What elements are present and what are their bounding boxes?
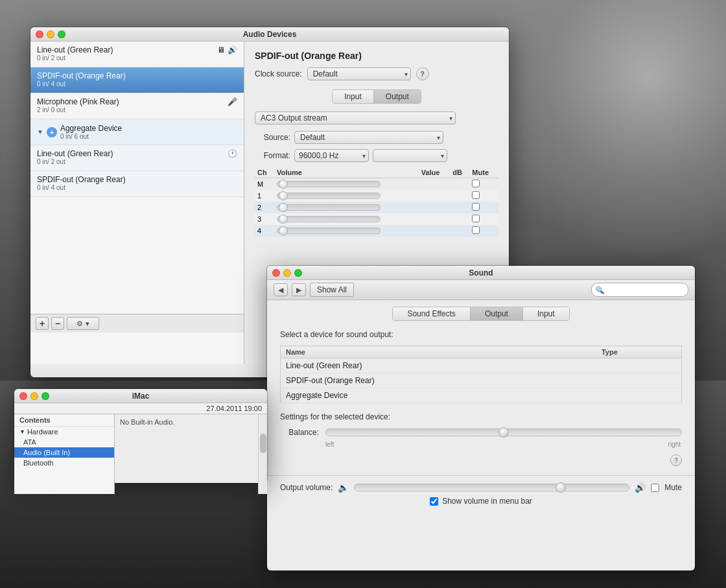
imac-content-text: No Built-in Audio. [120,418,174,426]
vol-slider-m[interactable] [274,178,419,191]
show-all-button[interactable]: Show All [310,283,354,297]
sound-close-button[interactable] [272,269,280,277]
imac-tree-hardware[interactable]: ▼ Hardware [14,427,114,437]
vol-slider-4[interactable] [274,225,419,237]
help-button[interactable]: ? [416,67,429,80]
maximize-button[interactable] [58,30,65,38]
output-device-table: Name Type Line-out (Green Rear) SPDIF-ou… [280,346,682,403]
device-io-5: 0 in/ 2 out [37,158,237,165]
imac-tree-audio[interactable]: Audio (Built In) [14,447,114,458]
table-row: 4 [255,225,498,237]
gear-button[interactable]: ⚙ ▾ [67,317,99,330]
format-row: Format: 96000,0 Hz [255,149,498,162]
imac-title: iMac [14,392,267,401]
volume-low-icon: 🔈 [338,482,349,493]
sound-titlebar: Sound [267,266,695,280]
imac-content: No Built-in Audio. [115,414,267,494]
device-name-3: Microphone (Pink Rear) [37,97,237,106]
show-volume-checkbox[interactable] [430,497,438,506]
source-label: Source: [255,133,290,142]
vol-slider-3[interactable] [274,213,419,225]
minimize-button[interactable] [47,30,54,38]
sound-maximize-button[interactable] [294,269,302,277]
nav-back-button[interactable]: ◀ [274,283,288,296]
imac-titlebar: iMac [14,389,267,403]
output-device-row[interactable]: Line-out (Green Rear) [281,359,682,373]
mute-m[interactable] [469,178,498,191]
hardware-label: Hardware [27,428,58,436]
mute-checkbox[interactable] [651,484,659,492]
table-row: 1 [255,190,498,202]
balance-right-label: right [668,441,681,448]
device-item-5[interactable]: 🕐 Line-out (Green Rear) 0 in/ 2 out [30,145,244,171]
imac-scrollbar[interactable] [258,414,267,494]
tab-sound-effects[interactable]: Sound Effects [393,307,471,320]
monitor-icon: 🖥 [217,45,225,54]
val-1 [419,190,451,202]
nav-forward-button[interactable]: ▶ [292,283,306,296]
body-help-button[interactable]: ? [670,454,682,466]
audio-devices-titlebar: Audio Devices [30,27,509,41]
device-name-1: Line-out (Green Rear) [37,45,237,54]
device-item-1[interactable]: 🖥 🔊 Line-out (Green Rear) 0 in/ 2 out [30,41,244,67]
volume-slider[interactable] [354,484,629,491]
device-io-1: 0 in/ 2 out [37,54,237,62]
col-name-header: Name [281,346,596,359]
tab-sound-input[interactable]: Input [523,307,569,320]
mute-1[interactable] [469,190,498,202]
imac-date: 27.04.2011 19:00 [206,405,262,412]
imac-main-content: No Built-in Audio. [115,414,258,494]
format-hz-select[interactable]: 96000,0 Hz [294,149,369,162]
device-io-3: 2 in/ 0 out [37,106,237,113]
source-select[interactable]: Default [294,131,443,144]
val-m [419,178,451,191]
tab-input[interactable]: Input [333,90,374,103]
format-extra-select[interactable] [373,149,447,162]
device-item-4[interactable]: ▼ + Aggregate Device 0 in/ 6 out [30,119,244,145]
sound-minimize-button[interactable] [283,269,291,277]
device-icons-1: 🖥 🔊 [217,45,237,54]
device-io-6: 0 in/ 4 out [37,184,237,191]
volume-thumb [556,482,566,493]
imac-tree-bluetooth[interactable]: Bluetooth [14,458,114,468]
window-title: Audio Devices [30,30,509,39]
imac-scrollbar-thumb[interactable] [260,434,266,453]
imac-maximize-button[interactable] [41,392,49,400]
volume-table: Ch Volume Value dB Mute M [255,167,498,237]
volume-row: Output volume: 🔈 🔊 Mute [280,482,682,493]
tab-output[interactable]: Output [374,90,421,103]
stream-select[interactable]: AC3 Output stream [255,112,456,124]
add-device-button[interactable]: + [36,317,49,330]
format-label: Format: [255,151,290,160]
output-device-name-2: SPDIF-out (Orange Rear) [281,373,596,388]
device-io-4: 0 in/ 6 out [60,133,122,140]
device-icons-5: 🕐 [228,149,237,158]
search-input[interactable] [591,283,688,297]
output-device-row[interactable]: SPDIF-out (Orange Rear) [281,373,682,388]
device-item-3[interactable]: 🎤 Microphone (Pink Rear) 2 in/ 0 out [30,93,244,119]
output-device-row[interactable]: Aggregate Device [281,388,682,403]
device-item-2[interactable]: SPDIF-out (Orange Rear) 0 in/ 4 out [30,67,244,93]
vol-slider-2[interactable] [274,202,419,213]
imac-close-button[interactable] [19,392,27,400]
remove-device-button[interactable]: − [51,317,64,330]
format-extra-wrap [373,149,447,162]
balance-slider[interactable] [325,429,682,436]
vol-slider-1[interactable] [274,190,419,202]
mute-3[interactable] [469,213,498,225]
tab-sound-output[interactable]: Output [471,307,523,320]
speaker-icon: 🔊 [228,45,237,54]
device-name-2: SPDIF-out (Orange Rear) [37,71,237,80]
val-3 [419,213,451,225]
imac-minimize-button[interactable] [30,392,38,400]
db-1 [450,190,469,202]
close-button[interactable] [36,30,43,38]
mute-4[interactable] [469,225,498,237]
table-row: 2 [255,202,498,213]
device-item-6[interactable]: SPDIF-out (Orange Rear) 0 in/ 4 out [30,171,244,197]
mute-2[interactable] [469,202,498,213]
clock-source-select[interactable]: Default [307,67,411,80]
settings-label: Settings for the selected device: [280,412,682,421]
imac-content-scroll: No Built-in Audio. [115,414,267,494]
imac-tree-ata[interactable]: ATA [14,437,114,447]
